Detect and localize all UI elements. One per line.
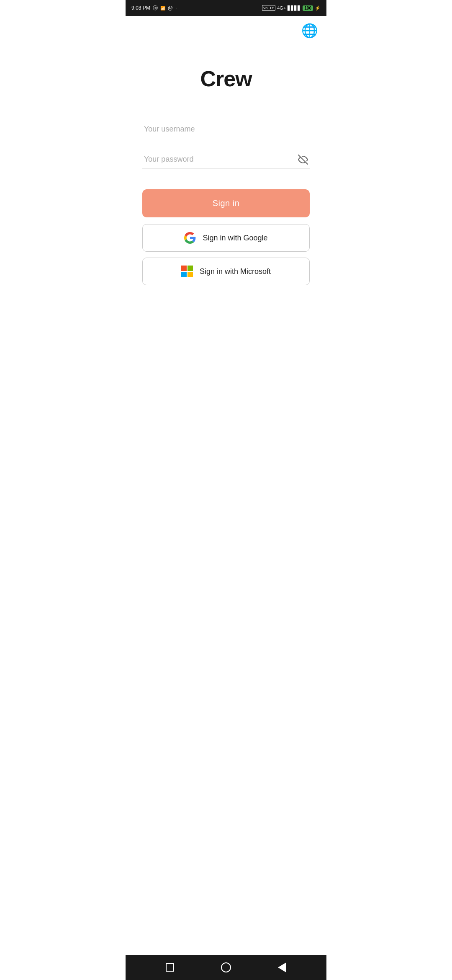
back-icon — [278, 962, 286, 972]
network-type: 4G+ — [277, 5, 286, 10]
recent-apps-icon — [166, 963, 174, 972]
status-bar: 9:08 PM ⓜ 📶 @ · VoLTE 4G+ ▋▋▋▋ 100 ⚡ — [126, 0, 326, 16]
battery-level: 100 — [303, 5, 313, 11]
back-button[interactable] — [278, 962, 286, 972]
status-left: 9:08 PM ⓜ 📶 @ · — [131, 5, 177, 12]
microsoft-icon — [181, 266, 193, 277]
home-button[interactable] — [221, 962, 231, 972]
microsoft-sign-in-label: Sign in with Microsoft — [200, 267, 271, 276]
bottom-navigation — [126, 955, 326, 980]
recent-apps-button[interactable] — [166, 963, 174, 972]
google-icon — [184, 232, 196, 244]
eye-slash-icon — [298, 155, 308, 165]
signal-bars: ▋▋▋▋ — [288, 5, 301, 11]
password-input[interactable] — [142, 151, 310, 168]
status-right: VoLTE 4G+ ▋▋▋▋ 100 ⚡ — [262, 5, 321, 11]
username-field-group — [142, 121, 310, 138]
globe-icon: 🌐 — [301, 23, 318, 38]
charging-icon: ⚡ — [315, 5, 321, 11]
home-icon — [221, 962, 231, 972]
main-content: 🌐 Crew Sign in Sign in with Google — [126, 16, 326, 955]
volte-icon: VoLTE — [262, 5, 275, 11]
sim-icon: 📶 — [160, 6, 165, 10]
app-title: Crew — [142, 66, 310, 91]
google-sign-in-label: Sign in with Google — [203, 234, 267, 242]
time-display: 9:08 PM — [131, 5, 150, 11]
sign-in-button[interactable]: Sign in — [142, 189, 310, 217]
google-sign-in-button[interactable]: Sign in with Google — [142, 224, 310, 252]
password-toggle-button[interactable] — [298, 155, 308, 165]
at-icon: @ — [168, 5, 173, 11]
microsoft-sign-in-button[interactable]: Sign in with Microsoft — [142, 258, 310, 285]
carrier-icon: ⓜ — [153, 5, 158, 12]
dot-indicator: · — [175, 5, 177, 11]
language-button[interactable]: 🌐 — [301, 23, 318, 39]
password-field-group — [142, 151, 310, 168]
username-input[interactable] — [142, 121, 310, 138]
